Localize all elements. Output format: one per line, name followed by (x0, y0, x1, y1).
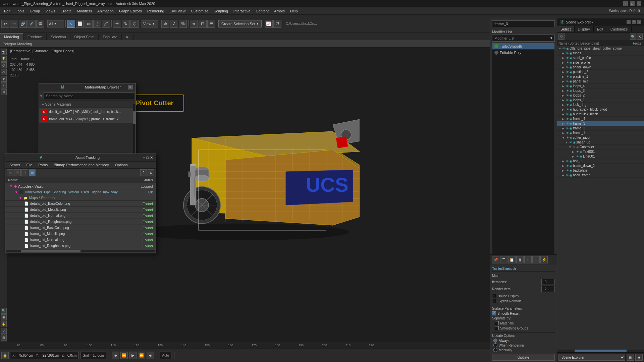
tab-selection[interactable]: Selection (47, 34, 70, 40)
mirror-btn[interactable]: ⇔ (190, 20, 198, 28)
asset-row-map-2[interactable]: 📄 details_old_Normal.png Found (5, 213, 156, 219)
scale-tool[interactable]: ⬡ (130, 20, 139, 28)
when-rendering-radio[interactable] (493, 343, 497, 347)
select-tool[interactable]: ↖ (67, 20, 75, 28)
asset-tracking-maximize[interactable]: □ (146, 156, 149, 160)
mat-browser-title-bar[interactable]: M Material/Map Browser ✕ (39, 83, 136, 91)
mat-browser-close[interactable]: ✕ (128, 85, 133, 89)
align-more[interactable]: ☰ (207, 20, 215, 28)
se-close[interactable]: ✕ (637, 20, 641, 24)
zoom-all-btn[interactable]: ⊞ (1, 314, 7, 320)
at-btn-3[interactable]: ⊟ (21, 169, 28, 176)
se-item-frame2[interactable]: ▶ 👁 ◉ frame_2 (557, 126, 644, 131)
orbit-btn[interactable]: ↺ (1, 328, 7, 334)
se-item-cutter[interactable]: ▼ 👁 ◉ cutter_pivot (557, 135, 644, 140)
mat-scrollbar-thumb[interactable] (133, 111, 136, 124)
se-item-back-frame[interactable]: ▶ 👁 ◉ back_frame (557, 173, 644, 178)
se-x-btn[interactable]: ✕ (637, 34, 643, 40)
se-tab-select[interactable]: Select (557, 26, 575, 32)
mod-pin-btn[interactable]: 📌 (492, 256, 499, 263)
se-item-plastine1[interactable]: ▶ 👁 ◉ plastine_1 (557, 74, 644, 79)
se-item-blade-down2[interactable]: ▶ 👁 ◉ blade_down_2 (557, 164, 644, 168)
align-btn[interactable]: ⊟ (199, 20, 207, 28)
se-item-frame4[interactable]: ▶ 👁 ◉ frame_4 (557, 117, 644, 121)
se-item-loops1[interactable]: ▶ 👁 ◉ loops_1 (557, 98, 644, 103)
se-item-hud-pivot[interactable]: ▶ 👁 ◉ hudraulick_block_pivot (557, 107, 644, 112)
asset-tracking-close[interactable]: ✕ (150, 156, 153, 160)
se-item-bolt1[interactable]: ▶ 👁 ◉ bolt_1 (557, 159, 644, 164)
menu-edit[interactable]: Edit (1, 8, 13, 14)
se-tab-display[interactable]: Display (575, 26, 594, 32)
mod-move-up-btn[interactable]: ↑ (524, 256, 532, 263)
asset-menu-file[interactable]: File (23, 162, 35, 168)
system-btn[interactable]: ⚙ (1, 89, 7, 95)
se-item-loops3[interactable]: ▶ 👁 ◉ loops_3 (557, 88, 644, 93)
shape-btn[interactable]: ⬭ (1, 69, 7, 75)
materials-checkbox[interactable] (495, 321, 499, 325)
dope-sheet[interactable]: ⏱ (273, 20, 281, 28)
tl-play[interactable]: ▶ (129, 352, 137, 359)
se-item-text001[interactable]: ▶ 👁 ◉ Text001 (557, 149, 644, 154)
move-tool[interactable]: ✛ (113, 20, 121, 28)
view-dropdown[interactable]: View ▾ (142, 20, 158, 27)
menu-graph-editors[interactable]: Graph Editors (116, 8, 145, 14)
snap-btn[interactable]: ⊕ (161, 20, 169, 28)
tl-prev-frame[interactable]: ⏪ (120, 352, 128, 359)
smoothing-groups-checkbox[interactable] (495, 326, 499, 330)
create-selection-set-button[interactable]: Create Selection Set ▾ (218, 20, 262, 27)
se-item-loops4[interactable]: ▶ 👁 ◉ loops_4 (557, 84, 644, 88)
se-item-steel[interactable]: ▶ 👁 ◉ steel_profile (557, 56, 644, 60)
asset-row-vault[interactable]: ▼ ◆ Autodesk Vault Logged (5, 183, 156, 189)
asset-row-map-4[interactable]: 📄 frame_old_BaseColor.png Found (5, 225, 156, 231)
menu-scripting[interactable]: Scripting (211, 8, 231, 14)
se-item-line001[interactable]: ▶ 👁 ◉ Line001 (557, 154, 644, 159)
smooth-result-checkbox[interactable]: ✓ (492, 311, 496, 315)
menu-modifiers[interactable]: Modifiers (74, 8, 95, 14)
se-maximize[interactable]: □ (632, 20, 636, 24)
rect-select[interactable]: ▭ (85, 20, 93, 28)
asset-tracking-title-bar[interactable]: A Asset Tracking − □ ✕ (5, 154, 156, 162)
mod-move-down-btn[interactable]: ↓ (532, 256, 540, 263)
asset-row-map-5[interactable]: 📄 frame_old_Metallic.png Found (5, 231, 156, 237)
se-item-loops2[interactable]: ▶ 👁 ◉ loops_2 (557, 93, 644, 98)
geo-btn[interactable]: ⬡ (1, 62, 7, 68)
mod-copy-btn[interactable]: 📋 (508, 256, 516, 263)
se-item-plastine2[interactable]: ▶ 👁 ◉ plastine_2 (557, 70, 644, 74)
menu-interactive[interactable]: Interactive (231, 8, 253, 14)
mod-item-editable-poly[interactable]: Editable Poly (492, 50, 554, 56)
asset-menu-bitmap[interactable]: Bitmap Performance and Memory (51, 162, 111, 168)
se-minimize[interactable]: − (627, 20, 631, 24)
se-item-tubes[interactable]: ▶ 👁 ◉ tubes (557, 51, 644, 56)
asset-scrollbar-h[interactable] (6, 250, 155, 252)
always-radio[interactable] (493, 339, 497, 343)
expand-root[interactable]: ▼ (558, 47, 562, 50)
mod-delete-btn[interactable]: 🗑 (516, 256, 524, 263)
se-item-hud-block[interactable]: ▶ 👁 ◉ hudraulick_block (557, 112, 644, 117)
mat-item-0[interactable]: M deailt_old_MAT ( VRayMtl ) [back_frame… (39, 108, 136, 115)
tab-modeling[interactable]: Modeling (0, 34, 23, 40)
zoom-btn[interactable]: 🔍 (1, 308, 7, 314)
mat-search-input[interactable] (44, 93, 134, 99)
mod-toggle-btn[interactable]: ⚡ (540, 256, 548, 263)
lasso-select[interactable]: ◌ (93, 20, 101, 28)
mod-item-turbsmooth[interactable]: TurboSmooth (492, 43, 554, 50)
link-button[interactable]: 🔗 (19, 20, 27, 28)
menu-customize[interactable]: Customize (188, 8, 211, 14)
filter-dropdown[interactable]: All ▾ (47, 20, 64, 27)
tl-goto-end[interactable]: ⏭ (147, 352, 154, 359)
asset-row-map-1[interactable]: 📄 details_old_Metallic.png Found (5, 207, 156, 213)
menu-group[interactable]: Group (27, 8, 43, 14)
se-item-controller[interactable]: ▼ 👁 ◉ Controller (557, 145, 644, 149)
maximize-button[interactable]: □ (630, 1, 635, 6)
se-tab-customize[interactable]: Customize (607, 26, 632, 32)
minimize-button[interactable]: − (623, 1, 628, 6)
tab-freeform[interactable]: Freeform (23, 34, 47, 40)
se-scene-btn[interactable]: ◉ (635, 354, 643, 361)
at-btn-2[interactable]: ☰ (14, 169, 21, 176)
asset-row-map-7[interactable]: 📄 frame_old_Roughness.png Found (5, 243, 156, 249)
light-btn[interactable]: 💡 (1, 56, 7, 62)
se-item-frame3[interactable]: ▶ 👁 ◉ frame_3 (557, 121, 644, 126)
undo-button[interactable]: ↩ (1, 20, 9, 28)
menu-animation[interactable]: Animation (95, 8, 116, 14)
asset-row-map-6[interactable]: 📄 frame_old_Normal.png Found (5, 237, 156, 243)
